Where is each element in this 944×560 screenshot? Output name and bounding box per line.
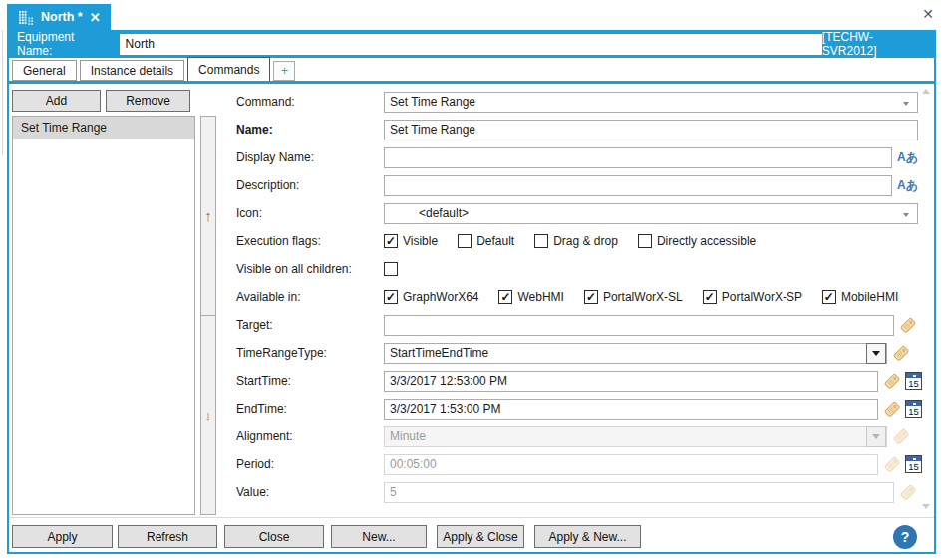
- command-list[interactable]: Set Time Range: [12, 116, 195, 515]
- description-input[interactable]: [384, 175, 892, 196]
- value-label: Value:: [236, 485, 384, 499]
- move-up-button[interactable]: ↑: [201, 117, 215, 315]
- refresh-button[interactable]: Refresh: [118, 525, 217, 548]
- alignment-select: Minute: [384, 426, 887, 447]
- localization-icon[interactable]: Aあ: [897, 149, 918, 166]
- visible-checkbox-item[interactable]: ✓Visible: [384, 234, 438, 248]
- directly-accessible-checkbox-item[interactable]: Directly accessible: [638, 234, 756, 248]
- visible-on-all-children-checkbox[interactable]: [384, 262, 398, 276]
- default-checkbox-item[interactable]: Default: [458, 234, 514, 248]
- drag-drop-checkbox-item[interactable]: Drag & drop: [534, 234, 618, 248]
- calendar-icon[interactable]: 15: [905, 372, 922, 390]
- portalworx-sp-checkbox[interactable]: ✓: [703, 290, 717, 304]
- drag-drop-checkbox[interactable]: [534, 234, 548, 248]
- close-button[interactable]: Close: [224, 525, 324, 548]
- mobilehmi-checkbox-label: MobileHMI: [841, 290, 898, 304]
- webhmi-checkbox[interactable]: ✓: [498, 290, 512, 304]
- document-tab[interactable]: North * ✕: [9, 4, 111, 30]
- add-button[interactable]: Add: [12, 90, 101, 112]
- form-row-target: Target:: [236, 311, 921, 339]
- description-label: Description:: [236, 178, 384, 192]
- add-tab-button[interactable]: +: [273, 61, 295, 81]
- webhmi-checkbox-label: WebHMI: [517, 290, 563, 304]
- graphworx64-checkbox-item[interactable]: ✓GraphWorX64: [384, 290, 478, 304]
- move-down-button[interactable]: ↓: [201, 315, 215, 514]
- tag-icon[interactable]: [883, 456, 900, 473]
- document-tab-title: North *: [41, 10, 83, 24]
- form-row-value: Value:: [236, 478, 921, 506]
- dropdown-button[interactable]: [866, 343, 886, 364]
- apply-close-button[interactable]: Apply & Close: [437, 525, 524, 548]
- scroll-up-icon[interactable]: [922, 89, 930, 94]
- time-range-type-label: TimeRangeType:: [236, 346, 384, 360]
- execution-flags-label: Execution flags:: [236, 234, 384, 248]
- apply-button[interactable]: Apply: [12, 525, 113, 548]
- command-list-item[interactable]: Set Time Range: [13, 117, 194, 139]
- directly-accessible-checkbox[interactable]: [638, 234, 652, 248]
- mobilehmi-checkbox[interactable]: ✓: [822, 290, 836, 304]
- form-row-period: Period:15: [236, 450, 921, 478]
- target-input[interactable]: [384, 315, 894, 336]
- time-range-type-select[interactable]: StartTimeEndTime: [384, 343, 887, 364]
- apply-new-button[interactable]: Apply & New...: [534, 525, 641, 548]
- alignment-value: Minute: [390, 429, 426, 443]
- calendar-icon[interactable]: 15: [905, 455, 922, 473]
- calendar-icon[interactable]: 15: [905, 400, 922, 418]
- default-checkbox[interactable]: [458, 234, 472, 248]
- remove-button[interactable]: Remove: [106, 90, 190, 112]
- portalworx-sp-checkbox-item[interactable]: ✓PortalWorX-SP: [703, 290, 802, 304]
- tag-icon[interactable]: [892, 345, 909, 362]
- visible-checkbox[interactable]: ✓: [384, 234, 398, 248]
- portalworx-sl-checkbox[interactable]: ✓: [584, 290, 598, 304]
- window-close-icon[interactable]: ✕: [918, 4, 938, 24]
- tag-icon[interactable]: [892, 428, 909, 445]
- mobilehmi-checkbox-item[interactable]: ✓MobileHMI: [822, 290, 898, 304]
- form-row-alignment: Alignment:Minute: [236, 422, 921, 450]
- tag-icon[interactable]: [899, 484, 916, 501]
- tab-general[interactable]: General: [12, 60, 77, 81]
- tab-commands[interactable]: Commands: [187, 57, 270, 81]
- tab-instance-details[interactable]: Instance details: [80, 60, 184, 81]
- tab-strip: General Instance details Commands +: [12, 57, 295, 81]
- help-icon[interactable]: ?: [893, 525, 917, 549]
- localization-icon[interactable]: Aあ: [897, 177, 918, 194]
- visible-on-all-children-field: [384, 262, 921, 276]
- time-range-type-field: StartTimeEndTime: [384, 343, 921, 364]
- calendar-icon-header: [906, 456, 921, 461]
- tag-icon[interactable]: [899, 317, 916, 334]
- form-row-end-time: EndTime:15: [236, 395, 921, 422]
- graphworx64-checkbox[interactable]: ✓: [384, 290, 398, 304]
- reorder-strip: ↑ ↓: [200, 116, 216, 515]
- webhmi-checkbox-item[interactable]: ✓WebHMI: [498, 290, 563, 304]
- command-label: Command:: [236, 95, 384, 109]
- collapsed-panel-edge: [2, 30, 3, 155]
- name-input[interactable]: [384, 120, 918, 140]
- period-label: Period:: [236, 457, 384, 471]
- command-select[interactable]: Set Time Range: [384, 92, 918, 113]
- chevron-down-icon: [872, 434, 880, 439]
- calendar-icon-header: [906, 401, 921, 406]
- scroll-down-icon[interactable]: [922, 504, 930, 509]
- visible-on-all-children-label: Visible on all children:: [236, 262, 384, 276]
- command-value: Set Time Range: [390, 95, 475, 109]
- description-field: Aあ: [384, 175, 921, 196]
- new-button[interactable]: New...: [331, 525, 427, 548]
- footer-separator: [9, 517, 934, 518]
- form-row-description: Description:Aあ: [236, 171, 921, 199]
- display-name-input[interactable]: [384, 147, 892, 168]
- document-tab-close-icon[interactable]: ✕: [90, 10, 101, 25]
- directly-accessible-checkbox-label: Directly accessible: [657, 234, 756, 248]
- portalworx-sl-checkbox-item[interactable]: ✓PortalWorX-SL: [584, 290, 683, 304]
- tag-icon[interactable]: [883, 373, 900, 390]
- start-time-input[interactable]: [384, 371, 878, 392]
- tag-icon[interactable]: [883, 401, 900, 418]
- equipment-bar: Equipment Name: [TECHW-SVR2012]: [9, 30, 934, 58]
- equipment-name-input[interactable]: [120, 34, 822, 55]
- start-time-label: StartTime:: [236, 374, 384, 388]
- end-time-input[interactable]: [384, 399, 878, 420]
- dropdown-button: [866, 426, 886, 447]
- default-checkbox-label: Default: [476, 234, 514, 248]
- visible-on-all-children-checkbox-item[interactable]: [384, 262, 398, 276]
- icon-select[interactable]: <default>: [384, 203, 918, 224]
- calendar-icon-dot: [913, 403, 916, 406]
